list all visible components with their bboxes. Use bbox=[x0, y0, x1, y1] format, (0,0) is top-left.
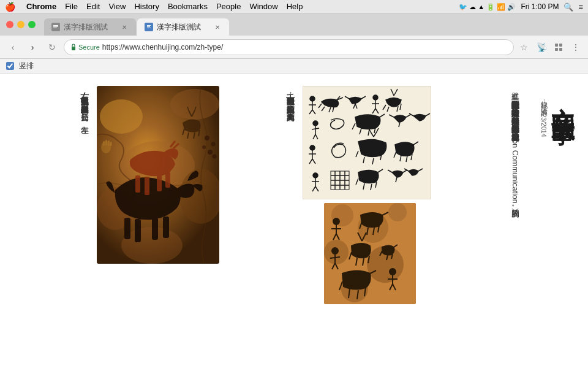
menu-bookmarks[interactable]: Bookmarks bbox=[168, 2, 208, 11]
svg-rect-151 bbox=[157, 174, 162, 191]
bookmark-button[interactable]: ☆ bbox=[518, 42, 530, 52]
menu-view[interactable]: View bbox=[108, 2, 126, 11]
svg-line-25 bbox=[361, 96, 366, 99]
svg-point-95 bbox=[388, 203, 407, 221]
menu-bar-icons: 🐦 ☁ ▲ 🔋 📶 🔊 bbox=[459, 3, 516, 11]
menu-help[interactable]: Help bbox=[287, 2, 303, 11]
tab-1-label: 漢字排版測試 bbox=[64, 22, 108, 33]
svg-line-27 bbox=[355, 104, 357, 109]
address-bar[interactable]: Secure https://www.chenhuijing.com/zh-ty… bbox=[64, 39, 514, 55]
apple-menu[interactable]: 🍎 bbox=[5, 2, 15, 12]
svg-line-65 bbox=[356, 151, 358, 157]
svg-point-56 bbox=[310, 145, 315, 150]
svg-line-66 bbox=[363, 157, 364, 163]
secure-label: Secure bbox=[78, 44, 100, 51]
svg-line-33 bbox=[392, 91, 394, 96]
extensions-button[interactable] bbox=[551, 40, 566, 55]
svg-rect-5 bbox=[147, 25, 151, 26]
fa-text: 法國發現的拉斯考克岩洞中，古代人類的原始繪畫，大約西元前一萬一萬五 bbox=[286, 91, 295, 107]
petroglyphs-column bbox=[303, 83, 437, 353]
svg-rect-10 bbox=[559, 44, 562, 47]
svg-rect-150 bbox=[145, 177, 149, 195]
menu-bar-items: 🍎 Chrome File Edit View History Bookmark… bbox=[5, 2, 303, 12]
svg-line-17 bbox=[312, 110, 315, 114]
browser-chrome: 漢字排版測試 ✕ 漢字排版測試 ✕ ‹ › ↻ Secure https://w… bbox=[0, 13, 588, 74]
svg-line-51 bbox=[389, 115, 394, 117]
svg-point-99 bbox=[333, 218, 339, 224]
menu-button[interactable]: ⋮ bbox=[568, 40, 583, 55]
close-button[interactable] bbox=[6, 21, 13, 28]
svg-rect-2 bbox=[53, 26, 58, 27]
svg-line-47 bbox=[352, 123, 355, 129]
svg-line-48 bbox=[360, 128, 361, 134]
svg-point-127 bbox=[390, 269, 396, 275]
bookmarks-bar: 竖排 bbox=[0, 59, 588, 74]
svg-rect-165 bbox=[110, 142, 112, 146]
tab-1[interactable]: 漢字排版測試 ✕ bbox=[44, 18, 136, 36]
tab-2-close[interactable]: ✕ bbox=[213, 23, 222, 31]
svg-line-83 bbox=[356, 178, 358, 185]
menu-people[interactable]: People bbox=[216, 2, 241, 11]
svg-point-170 bbox=[213, 155, 217, 159]
menu-file[interactable]: File bbox=[65, 2, 78, 11]
petroglyph-rock-drawing bbox=[324, 203, 416, 304]
svg-line-60 bbox=[312, 159, 315, 164]
menu-edit[interactable]: Edit bbox=[86, 2, 100, 11]
svg-line-49 bbox=[368, 129, 369, 136]
svg-rect-145 bbox=[152, 218, 158, 240]
svg-rect-1 bbox=[53, 25, 58, 26]
svg-rect-152 bbox=[165, 172, 170, 188]
svg-point-13 bbox=[310, 96, 315, 101]
cave-painting-image bbox=[97, 86, 219, 264]
svg-line-24 bbox=[345, 96, 349, 99]
cast-button[interactable]: 📡 bbox=[534, 40, 549, 55]
cave-painting-column bbox=[97, 83, 222, 264]
svg-rect-9 bbox=[555, 44, 558, 47]
svg-rect-146 bbox=[163, 217, 169, 238]
tab-2-label: 漢字排版測試 bbox=[157, 22, 201, 33]
svg-rect-3 bbox=[53, 28, 57, 28]
svg-line-32 bbox=[375, 109, 379, 113]
svg-rect-8 bbox=[72, 47, 75, 50]
back-button[interactable]: ‹ bbox=[5, 39, 21, 55]
menu-chrome[interactable]: Chrome bbox=[26, 2, 56, 11]
svg-rect-11 bbox=[555, 48, 558, 51]
toolbar-right: 📡 ⋮ bbox=[534, 40, 583, 55]
svg-line-26 bbox=[353, 104, 355, 109]
secure-icon: Secure bbox=[70, 44, 100, 51]
vertical-checkbox[interactable] bbox=[6, 62, 14, 70]
svg-line-70 bbox=[394, 151, 396, 158]
svg-line-21 bbox=[322, 107, 325, 111]
tab-2-favicon bbox=[145, 23, 153, 31]
svg-line-64 bbox=[377, 128, 379, 132]
menu-window[interactable]: Window bbox=[249, 2, 277, 11]
svg-line-55 bbox=[426, 113, 430, 116]
reload-button[interactable]: ↻ bbox=[44, 39, 60, 55]
svg-point-28 bbox=[373, 95, 378, 100]
svg-point-138 bbox=[170, 89, 219, 120]
svg-line-61 bbox=[371, 132, 374, 137]
tab-bar: 漢字排版測試 ✕ 漢字排版測試 ✕ bbox=[0, 13, 588, 36]
maximize-button[interactable] bbox=[28, 21, 36, 28]
svg-rect-144 bbox=[135, 219, 141, 242]
minimize-button[interactable] bbox=[17, 21, 24, 28]
svg-rect-163 bbox=[105, 140, 107, 145]
tab-1-favicon bbox=[51, 23, 60, 31]
menu-bar-controls[interactable]: ≡ bbox=[578, 2, 583, 12]
menu-history[interactable]: History bbox=[134, 2, 159, 11]
svg-point-166 bbox=[205, 136, 209, 140]
svg-line-39 bbox=[397, 106, 398, 112]
tab-2[interactable]: 漢字排版測試 ✕ bbox=[137, 18, 229, 36]
svg-line-43 bbox=[312, 128, 319, 129]
svg-line-34 bbox=[394, 91, 396, 96]
menu-bar-search[interactable]: 🔍 bbox=[564, 2, 573, 12]
svg-line-22 bbox=[329, 107, 331, 112]
main-body-text: 人類和其他生物推進是在以自己獨特的方式和語言給大自然和自己的生命歷程留下一些印跡… bbox=[511, 95, 519, 211]
menu-bar: 🍎 Chrome File Edit View History Bookmark… bbox=[0, 0, 588, 13]
tab-1-close[interactable]: ✕ bbox=[120, 23, 129, 31]
svg-line-46 bbox=[380, 114, 385, 117]
svg-line-59 bbox=[309, 159, 312, 164]
svg-line-71 bbox=[400, 155, 401, 161]
forward-button[interactable]: › bbox=[24, 39, 40, 55]
svg-line-84 bbox=[363, 183, 364, 190]
